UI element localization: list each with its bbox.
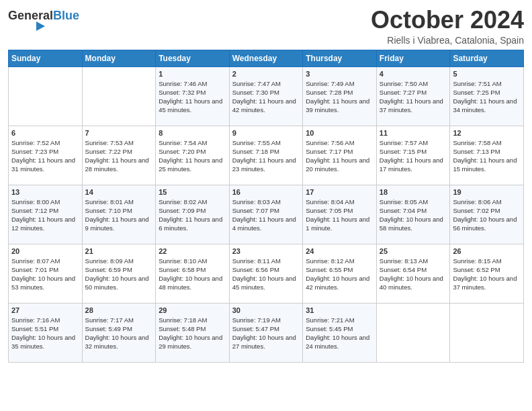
- calendar-cell: 25Sunrise: 8:13 AM Sunset: 6:54 PM Dayli…: [376, 244, 450, 303]
- cell-sun-info: Sunrise: 7:52 AM Sunset: 7:23 PM Dayligh…: [11, 138, 79, 174]
- cell-sun-info: Sunrise: 8:04 AM Sunset: 7:05 PM Dayligh…: [306, 197, 373, 233]
- day-number: 26: [453, 247, 521, 255]
- calendar-week-1: 1Sunrise: 7:46 AM Sunset: 7:32 PM Daylig…: [9, 66, 524, 126]
- day-number: 23: [232, 247, 300, 255]
- col-saturday: Saturday: [450, 50, 524, 66]
- cell-sun-info: Sunrise: 7:49 AM Sunset: 7:28 PM Dayligh…: [306, 79, 373, 115]
- calendar-cell: 14Sunrise: 8:01 AM Sunset: 7:10 PM Dayli…: [82, 185, 156, 244]
- col-monday: Monday: [82, 50, 156, 66]
- day-number: 8: [159, 129, 226, 137]
- calendar-cell: 26Sunrise: 8:15 AM Sunset: 6:52 PM Dayli…: [450, 244, 524, 303]
- logo-text: GeneralBlue: [8, 9, 79, 31]
- col-tuesday: Tuesday: [156, 50, 230, 66]
- cell-sun-info: Sunrise: 7:19 AM Sunset: 5:47 PM Dayligh…: [232, 316, 300, 351]
- calendar-week-3: 13Sunrise: 8:00 AM Sunset: 7:12 PM Dayli…: [9, 185, 524, 244]
- cell-sun-info: Sunrise: 7:55 AM Sunset: 7:18 PM Dayligh…: [232, 138, 300, 174]
- day-number: 17: [306, 188, 373, 196]
- col-wednesday: Wednesday: [229, 50, 303, 66]
- calendar-cell: 16Sunrise: 8:03 AM Sunset: 7:07 PM Dayli…: [229, 185, 303, 244]
- day-number: 28: [85, 306, 153, 314]
- cell-sun-info: Sunrise: 7:46 AM Sunset: 7:32 PM Dayligh…: [159, 79, 226, 115]
- calendar-header: Sunday Monday Tuesday Wednesday Thursday…: [9, 50, 524, 66]
- calendar-cell: 23Sunrise: 8:11 AM Sunset: 6:56 PM Dayli…: [229, 244, 303, 303]
- day-number: 6: [11, 129, 79, 137]
- day-number: 24: [306, 247, 373, 255]
- cell-sun-info: Sunrise: 8:01 AM Sunset: 7:10 PM Dayligh…: [85, 197, 153, 233]
- calendar-cell: [450, 303, 524, 362]
- cell-sun-info: Sunrise: 7:58 AM Sunset: 7:13 PM Dayligh…: [453, 138, 521, 174]
- month-title: October 2024: [371, 7, 524, 34]
- cell-sun-info: Sunrise: 8:15 AM Sunset: 6:52 PM Dayligh…: [453, 257, 521, 292]
- cell-sun-info: Sunrise: 7:57 AM Sunset: 7:15 PM Dayligh…: [380, 138, 447, 174]
- calendar-cell: 3Sunrise: 7:49 AM Sunset: 7:28 PM Daylig…: [303, 66, 377, 126]
- logo-blue: Blue: [53, 9, 79, 22]
- cell-sun-info: Sunrise: 8:07 AM Sunset: 7:01 PM Dayligh…: [11, 257, 79, 292]
- calendar-cell: 20Sunrise: 8:07 AM Sunset: 7:01 PM Dayli…: [9, 244, 83, 303]
- day-number: 25: [380, 247, 447, 255]
- day-number: 20: [11, 247, 79, 255]
- calendar-cell: 29Sunrise: 7:18 AM Sunset: 5:48 PM Dayli…: [156, 303, 230, 362]
- calendar-cell: 2Sunrise: 7:47 AM Sunset: 7:30 PM Daylig…: [229, 66, 303, 126]
- cell-sun-info: Sunrise: 8:09 AM Sunset: 6:59 PM Dayligh…: [85, 257, 153, 292]
- day-number: 2: [232, 70, 300, 78]
- calendar-cell: 27Sunrise: 7:16 AM Sunset: 5:51 PM Dayli…: [9, 303, 83, 362]
- logo-general: General: [8, 9, 53, 22]
- cell-sun-info: Sunrise: 7:47 AM Sunset: 7:30 PM Dayligh…: [232, 79, 300, 115]
- day-number: 4: [380, 70, 447, 78]
- calendar-cell: 19Sunrise: 8:06 AM Sunset: 7:02 PM Dayli…: [450, 185, 524, 244]
- cell-sun-info: Sunrise: 7:21 AM Sunset: 5:45 PM Dayligh…: [306, 316, 373, 351]
- calendar-cell: 12Sunrise: 7:58 AM Sunset: 7:13 PM Dayli…: [450, 126, 524, 185]
- cell-sun-info: Sunrise: 7:16 AM Sunset: 5:51 PM Dayligh…: [11, 316, 79, 351]
- calendar-cell: 21Sunrise: 8:09 AM Sunset: 6:59 PM Dayli…: [82, 244, 156, 303]
- calendar-cell: 11Sunrise: 7:57 AM Sunset: 7:15 PM Dayli…: [376, 126, 450, 185]
- page-container: GeneralBlue October 2024 Riells i Viabre…: [0, 0, 532, 371]
- calendar-cell: [9, 66, 83, 126]
- day-number: 7: [85, 129, 153, 137]
- header: GeneralBlue October 2024 Riells i Viabre…: [8, 7, 524, 46]
- day-number: 19: [453, 188, 521, 196]
- day-number: 5: [453, 70, 521, 78]
- calendar-cell: 4Sunrise: 7:50 AM Sunset: 7:27 PM Daylig…: [376, 66, 450, 126]
- day-number: 13: [11, 188, 79, 196]
- header-row: Sunday Monday Tuesday Wednesday Thursday…: [9, 50, 524, 66]
- day-number: 3: [306, 70, 373, 78]
- title-block: October 2024 Riells i Viabrea, Catalonia…: [371, 7, 524, 46]
- calendar-table: Sunday Monday Tuesday Wednesday Thursday…: [8, 50, 524, 363]
- calendar-cell: 28Sunrise: 7:17 AM Sunset: 5:49 PM Dayli…: [82, 303, 156, 362]
- location-subtitle: Riells i Viabrea, Catalonia, Spain: [371, 35, 524, 46]
- day-number: 22: [159, 247, 226, 255]
- col-sunday: Sunday: [9, 50, 83, 66]
- calendar-cell: 30Sunrise: 7:19 AM Sunset: 5:47 PM Dayli…: [229, 303, 303, 362]
- day-number: 18: [380, 188, 447, 196]
- cell-sun-info: Sunrise: 8:02 AM Sunset: 7:09 PM Dayligh…: [159, 197, 226, 233]
- day-number: 21: [85, 247, 153, 255]
- day-number: 30: [232, 306, 300, 314]
- calendar-cell: 1Sunrise: 7:46 AM Sunset: 7:32 PM Daylig…: [156, 66, 230, 126]
- day-number: 11: [380, 129, 447, 137]
- cell-sun-info: Sunrise: 7:56 AM Sunset: 7:17 PM Dayligh…: [306, 138, 373, 174]
- day-number: 27: [11, 306, 79, 314]
- cell-sun-info: Sunrise: 7:51 AM Sunset: 7:25 PM Dayligh…: [453, 79, 521, 115]
- calendar-cell: 15Sunrise: 8:02 AM Sunset: 7:09 PM Dayli…: [156, 185, 230, 244]
- day-number: 1: [159, 70, 226, 78]
- calendar-week-5: 27Sunrise: 7:16 AM Sunset: 5:51 PM Dayli…: [9, 303, 524, 362]
- calendar-cell: 24Sunrise: 8:12 AM Sunset: 6:55 PM Dayli…: [303, 244, 377, 303]
- day-number: 9: [232, 129, 300, 137]
- day-number: 31: [306, 306, 373, 314]
- calendar-cell: 7Sunrise: 7:53 AM Sunset: 7:22 PM Daylig…: [82, 126, 156, 185]
- cell-sun-info: Sunrise: 7:54 AM Sunset: 7:20 PM Dayligh…: [159, 138, 226, 174]
- calendar-cell: 9Sunrise: 7:55 AM Sunset: 7:18 PM Daylig…: [229, 126, 303, 185]
- cell-sun-info: Sunrise: 8:11 AM Sunset: 6:56 PM Dayligh…: [232, 257, 300, 292]
- cell-sun-info: Sunrise: 7:53 AM Sunset: 7:22 PM Dayligh…: [85, 138, 153, 174]
- day-number: 29: [159, 306, 226, 314]
- calendar-week-4: 20Sunrise: 8:07 AM Sunset: 7:01 PM Dayli…: [9, 244, 524, 303]
- calendar-cell: 6Sunrise: 7:52 AM Sunset: 7:23 PM Daylig…: [9, 126, 83, 185]
- cell-sun-info: Sunrise: 8:05 AM Sunset: 7:04 PM Dayligh…: [380, 197, 447, 233]
- day-number: 16: [232, 188, 300, 196]
- cell-sun-info: Sunrise: 7:17 AM Sunset: 5:49 PM Dayligh…: [85, 316, 153, 351]
- day-number: 14: [85, 188, 153, 196]
- day-number: 15: [159, 188, 226, 196]
- logo-arrow-icon: [36, 21, 45, 31]
- calendar-cell: 18Sunrise: 8:05 AM Sunset: 7:04 PM Dayli…: [376, 185, 450, 244]
- cell-sun-info: Sunrise: 8:12 AM Sunset: 6:55 PM Dayligh…: [306, 257, 373, 292]
